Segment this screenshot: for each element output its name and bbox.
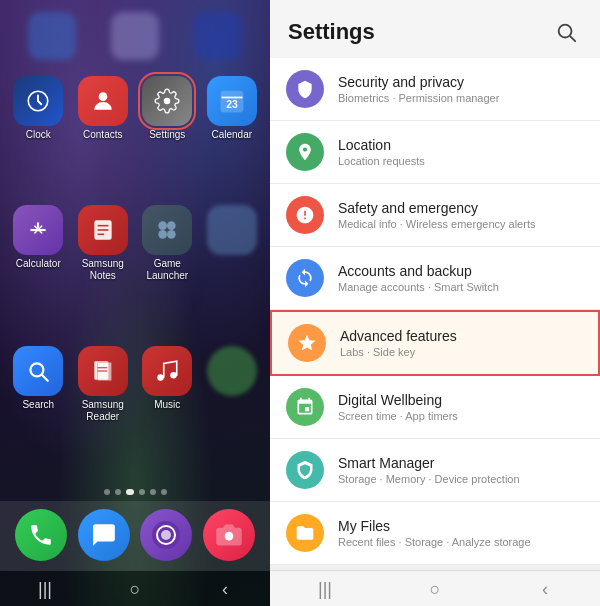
app-label-calculator: Calculator <box>16 258 61 270</box>
svg-point-26 <box>161 530 171 540</box>
settings-nav-back[interactable]: ‹ <box>525 579 565 600</box>
settings-item-myfiles[interactable]: My Files Recent files · Storage · Analyz… <box>270 502 600 565</box>
app-icon-clock <box>13 76 63 126</box>
settings-desc-security: Biometrics · Permission manager <box>338 92 584 104</box>
app-label-notes: Samsung Notes <box>75 258 132 282</box>
settings-nav-home[interactable]: ○ <box>415 579 455 600</box>
nav-home[interactable]: ○ <box>120 579 150 600</box>
settings-list: Security and privacy Biometrics · Permis… <box>270 58 600 570</box>
svg-line-17 <box>43 375 48 380</box>
app-item-launcher[interactable]: Game Launcher <box>137 201 198 338</box>
settings-desc-smartmgr: Storage · Memory · Device protection <box>338 473 584 485</box>
settings-name-advanced: Advanced features <box>340 328 582 344</box>
settings-text-myfiles: My Files Recent files · Storage · Analyz… <box>338 518 584 548</box>
dock-phone[interactable] <box>15 509 67 561</box>
app-item-music[interactable]: Music <box>137 342 198 479</box>
app-grid: Clock Contacts Settings 23 Calendar <box>0 68 270 483</box>
app-icon-music <box>142 346 192 396</box>
settings-name-wellbeing: Digital Wellbeing <box>338 392 584 408</box>
svg-point-15 <box>167 230 176 239</box>
dock-messages[interactable] <box>78 509 130 561</box>
settings-icon-smartmgr <box>286 451 324 489</box>
settings-desc-myfiles: Recent files · Storage · Analyze storage <box>338 536 584 548</box>
svg-line-29 <box>571 37 576 42</box>
app-icon-search <box>13 346 63 396</box>
home-screen: Clock Contacts Settings 23 Calendar <box>0 0 270 606</box>
svg-text:23: 23 <box>226 98 238 110</box>
blurred-icon-1 <box>28 12 76 60</box>
svg-point-27 <box>224 532 233 541</box>
dock-camera[interactable] <box>203 509 255 561</box>
blurred-icon-2 <box>111 12 159 60</box>
app-dock <box>0 501 270 571</box>
settings-icon-location <box>286 133 324 171</box>
app-icon-blur1 <box>207 205 257 255</box>
settings-item-safety[interactable]: Safety and emergency Medical info · Wire… <box>270 184 600 247</box>
settings-nav-recent[interactable]: ||| <box>305 579 345 600</box>
nav-recent[interactable]: ||| <box>30 579 60 600</box>
app-item-contacts[interactable]: Contacts <box>73 72 134 197</box>
settings-desc-location: Location requests <box>338 155 584 167</box>
settings-name-safety: Safety and emergency <box>338 200 584 216</box>
settings-item-smartmgr[interactable]: Smart Manager Storage · Memory · Device … <box>270 439 600 502</box>
svg-point-22 <box>158 374 165 381</box>
settings-title: Settings <box>288 19 375 45</box>
svg-point-28 <box>559 25 572 38</box>
app-item-calendar[interactable]: 23 Calendar <box>202 72 263 197</box>
settings-item-advanced[interactable]: Advanced features Labs · Side key <box>270 310 600 376</box>
settings-icon-safety <box>286 196 324 234</box>
dot-4 <box>139 489 145 495</box>
app-item-search[interactable]: Search <box>8 342 69 479</box>
settings-desc-wellbeing: Screen time · App timers <box>338 410 584 422</box>
settings-item-wellbeing[interactable]: Digital Wellbeing Screen time · App time… <box>270 376 600 439</box>
navigation-bar: ||| ○ ‹ <box>0 571 270 606</box>
settings-name-smartmgr: Smart Manager <box>338 455 584 471</box>
top-blur-row <box>0 0 270 68</box>
settings-icon-advanced <box>288 324 326 362</box>
app-item-calculator[interactable]: ✕ Calculator <box>8 201 69 338</box>
settings-item-accounts[interactable]: Accounts and backup Manage accounts · Sm… <box>270 247 600 310</box>
app-icon-calendar: 23 <box>207 76 257 126</box>
app-label-launcher: Game Launcher <box>139 258 196 282</box>
settings-name-security: Security and privacy <box>338 74 584 90</box>
svg-point-16 <box>31 363 44 376</box>
nav-back[interactable]: ‹ <box>210 579 240 600</box>
settings-item-location[interactable]: Location Location requests <box>270 121 600 184</box>
settings-icon-wellbeing <box>286 388 324 426</box>
svg-point-13 <box>167 221 176 230</box>
settings-text-accounts: Accounts and backup Manage accounts · Sm… <box>338 263 584 293</box>
settings-panel: Settings Security and privacy Biometrics… <box>270 0 600 606</box>
dot-2 <box>115 489 121 495</box>
settings-icon-security <box>286 70 324 108</box>
settings-desc-advanced: Labs · Side key <box>340 346 582 358</box>
settings-text-advanced: Advanced features Labs · Side key <box>340 328 582 358</box>
settings-desc-accounts: Manage accounts · Smart Switch <box>338 281 584 293</box>
app-item-blur2 <box>202 342 263 479</box>
app-item-reader[interactable]: Samsung Reader <box>73 342 134 479</box>
app-label-settings: Settings <box>149 129 185 141</box>
app-item-notes[interactable]: Samsung Notes <box>73 201 134 338</box>
dot-6 <box>161 489 167 495</box>
app-item-settings[interactable]: Settings <box>137 72 198 197</box>
app-icon-reader <box>78 346 128 396</box>
app-icon-notes <box>78 205 128 255</box>
settings-desc-safety: Medical info · Wireless emergency alerts <box>338 218 584 230</box>
app-icon-settings <box>142 76 192 126</box>
settings-search-button[interactable] <box>550 16 582 48</box>
dock-samsung[interactable] <box>140 509 192 561</box>
app-item-clock[interactable]: Clock <box>8 72 69 197</box>
settings-item-security[interactable]: Security and privacy Biometrics · Permis… <box>270 58 600 121</box>
app-label-reader: Samsung Reader <box>75 399 132 423</box>
page-indicators <box>0 483 270 501</box>
settings-name-location: Location <box>338 137 584 153</box>
blurred-icon-3 <box>194 12 242 60</box>
svg-point-1 <box>98 92 107 101</box>
app-icon-launcher <box>142 205 192 255</box>
settings-text-location: Location Location requests <box>338 137 584 167</box>
settings-text-safety: Safety and emergency Medical info · Wire… <box>338 200 584 230</box>
settings-navigation-bar: ||| ○ ‹ <box>270 570 600 606</box>
app-icon-blur2 <box>207 346 257 396</box>
dot-5 <box>150 489 156 495</box>
dot-1 <box>104 489 110 495</box>
app-icon-calculator: ✕ <box>13 205 63 255</box>
